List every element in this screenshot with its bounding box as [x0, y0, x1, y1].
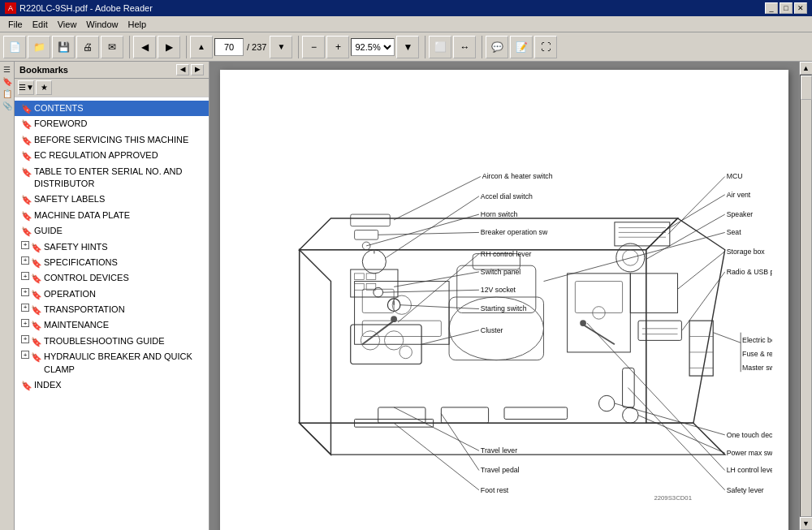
scroll-up-button[interactable]: ▲: [800, 62, 813, 75]
svg-line-68: [394, 272, 479, 287]
sidebar-header-buttons: ◀ ▶: [176, 64, 204, 75]
bookmark-contents[interactable]: 🔖 CONTENTS: [15, 101, 209, 116]
scroll-track[interactable]: [800, 75, 812, 517]
bookmark-machine-data[interactable]: 🔖 MACHINE DATA PLATE: [15, 208, 209, 223]
email-button[interactable]: ✉: [101, 36, 123, 58]
bookmark-panel-icon[interactable]: 🔖: [2, 77, 12, 86]
svg-point-52: [361, 331, 379, 350]
svg-rect-34: [378, 407, 425, 423]
bookmark-icon: 🔖: [31, 242, 41, 252]
fit-width-button[interactable]: ↔: [453, 36, 476, 58]
svg-text:Switch panel: Switch panel: [481, 268, 520, 276]
expand-icon[interactable]: +: [21, 319, 29, 327]
markup-button[interactable]: 📝: [510, 36, 533, 58]
expand-icon[interactable]: +: [21, 272, 29, 280]
excavator-diagram: Aircon & heater switch Accel dial switch…: [236, 86, 772, 508]
bookmark-before-servicing[interactable]: 🔖 BEFORE SERVICING THIS MACHINE: [15, 132, 209, 148]
bookmark-ec-regulation[interactable]: 🔖 EC REGULATION APPROVED: [15, 148, 209, 163]
minimize-button[interactable]: _: [765, 2, 778, 14]
bookmark-specifications[interactable]: + 🔖 SPECIFICATIONS: [15, 255, 209, 270]
menu-window[interactable]: Window: [81, 18, 123, 31]
svg-rect-49: [355, 231, 378, 240]
svg-line-86: [646, 214, 725, 259]
bookmark-new-button[interactable]: ★: [36, 80, 52, 95]
bookmark-safety-labels[interactable]: 🔖 SAFETY LABELS: [15, 192, 209, 207]
expand-icon[interactable]: +: [21, 256, 29, 265]
bookmark-icon: 🔖: [31, 257, 41, 267]
prev-view-button[interactable]: ◀: [133, 36, 156, 58]
menu-help[interactable]: Help: [123, 18, 151, 31]
bookmark-menu-button[interactable]: ☰▼: [18, 80, 34, 95]
svg-text:Electric box assy: Electric box assy: [742, 336, 772, 344]
fullscreen-button[interactable]: ⛶: [534, 36, 557, 58]
pages-panel-icon[interactable]: 📋: [2, 89, 12, 98]
left-panel: ☰ 🔖 📋 📎: [0, 62, 15, 530]
svg-line-72: [400, 305, 479, 309]
svg-text:LH control lever: LH control lever: [727, 466, 772, 474]
zoom-in-button[interactable]: +: [326, 36, 349, 58]
bookmark-table-serial[interactable]: 🔖 TABLE TO ENTER SERIAL NO. AND DISTRIBU…: [15, 164, 209, 192]
svg-line-101: [638, 416, 725, 454]
svg-point-48: [362, 242, 370, 250]
expand-icon[interactable]: +: [21, 288, 29, 296]
fit-page-button[interactable]: ⬜: [429, 36, 451, 58]
expand-icon[interactable]: +: [21, 335, 29, 343]
bookmark-guide[interactable]: 🔖 GUIDE: [15, 223, 209, 239]
bookmark-control-devices[interactable]: + 🔖 CONTROL DEVICES: [15, 270, 209, 286]
bookmark-icon: 🔖: [31, 289, 41, 299]
zoom-dropdown-button[interactable]: ▼: [396, 36, 419, 58]
svg-text:RH control lever: RH control lever: [481, 250, 532, 258]
zoom-select[interactable]: 92.5% 50% 75% 100% 125% 150%: [351, 38, 395, 56]
zoom-out-button[interactable]: −: [302, 36, 325, 58]
bookmark-transportation[interactable]: + 🔖 TRANSPORTATION: [15, 302, 209, 317]
close-button[interactable]: ✕: [794, 2, 807, 14]
maximize-button[interactable]: □: [780, 2, 793, 14]
expand-panel-button[interactable]: ▶: [191, 64, 204, 75]
bookmark-foreword[interactable]: 🔖 FOREWORD: [15, 116, 209, 131]
collapse-panel-button[interactable]: ◀: [176, 64, 189, 75]
scroll-thumb[interactable]: [801, 75, 812, 100]
svg-line-74: [421, 330, 479, 344]
bookmark-hydraulic-breaker[interactable]: + 🔖 HYDRAULIC BREAKER AND QUICK CLAMP: [15, 349, 209, 377]
bookmark-icon: 🔖: [31, 336, 41, 346]
bookmark-safety-hints[interactable]: + 🔖 SAFETY HINTS: [15, 239, 209, 255]
svg-rect-42: [366, 274, 376, 280]
bookmark-troubleshooting[interactable]: + 🔖 TROUBLESHOOTING GUIDE: [15, 334, 209, 349]
bookmark-index[interactable]: 🔖 INDEX: [15, 377, 209, 393]
svg-line-103: [587, 323, 725, 471]
menu-edit[interactable]: Edit: [28, 18, 53, 31]
svg-line-78: [441, 414, 479, 471]
svg-text:Air vent: Air vent: [727, 191, 751, 199]
svg-text:Travel lever: Travel lever: [481, 446, 517, 455]
attachment-icon[interactable]: 📎: [2, 101, 12, 110]
page-number-input[interactable]: 70: [214, 38, 244, 56]
toolbar-sep-5: [479, 36, 482, 58]
toolbar-sep-4: [422, 36, 425, 58]
expand-icon[interactable]: +: [21, 241, 29, 249]
hand-tool-icon[interactable]: ☰: [3, 65, 11, 74]
comment-button[interactable]: 💬: [486, 36, 508, 58]
prev-page-button[interactable]: ▲: [190, 36, 213, 58]
menu-view[interactable]: View: [53, 18, 82, 31]
svg-text:Master switch: Master switch: [742, 364, 772, 372]
svg-rect-36: [504, 407, 568, 420]
menu-file[interactable]: File: [3, 18, 28, 31]
svg-point-55: [598, 395, 614, 411]
svg-line-105: [628, 388, 724, 490]
open-button[interactable]: 📁: [28, 36, 50, 58]
svg-rect-50: [351, 214, 391, 226]
bookmark-operation[interactable]: + 🔖 OPERATION: [15, 287, 209, 302]
expand-icon[interactable]: +: [21, 304, 29, 312]
bookmark-icon: 🔖: [21, 135, 31, 144]
next-page-button[interactable]: ▼: [270, 36, 292, 58]
svg-line-82: [668, 177, 725, 235]
print-button[interactable]: 🖨: [76, 36, 99, 58]
pdf-content-area[interactable]: Aircon & heater switch Accel dial switch…: [209, 62, 799, 530]
new-button[interactable]: 📄: [3, 36, 26, 58]
next-view-button[interactable]: ▶: [158, 36, 180, 58]
save-button[interactable]: 💾: [52, 36, 75, 58]
svg-text:Horn switch: Horn switch: [481, 210, 518, 218]
scroll-down-button[interactable]: ▼: [800, 517, 813, 530]
bookmark-maintenance[interactable]: + 🔖 MAINTENANCE: [15, 317, 209, 333]
expand-icon[interactable]: +: [21, 351, 29, 359]
